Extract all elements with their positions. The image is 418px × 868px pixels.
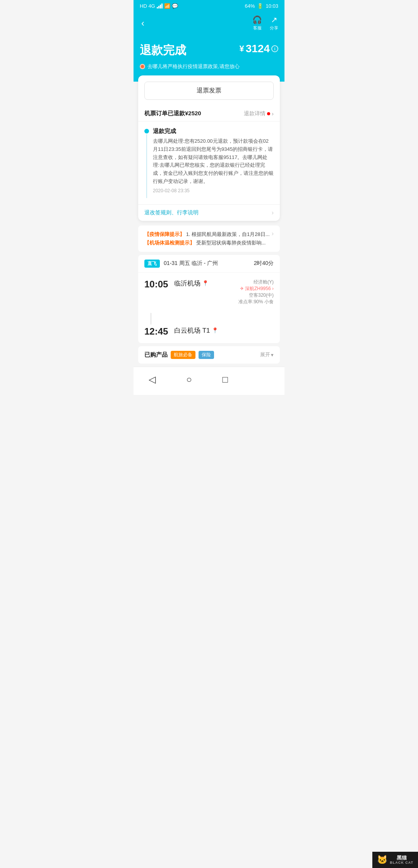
plane-type: 空客320(中) bbox=[238, 292, 274, 299]
home-nav-button[interactable]: ○ bbox=[180, 372, 198, 387]
epidemic-text: 1. 根据民航局最新政策，自1月28日... bbox=[186, 231, 270, 237]
share-label: 分享 bbox=[270, 25, 278, 31]
invoice-button[interactable]: 退票发票 bbox=[144, 82, 274, 100]
flight-duration: 2时40分 bbox=[254, 260, 274, 267]
signal-icon bbox=[157, 3, 163, 9]
recent-nav-button[interactable]: □ bbox=[216, 372, 234, 387]
customer-service-button[interactable]: 🎧 客服 bbox=[252, 15, 262, 31]
wifi-icon: 📶 bbox=[164, 3, 170, 9]
rules-link-text: 退改签规则、行李说明 bbox=[144, 209, 199, 216]
arrival-stop: 12:45 白云机场 T1 📍 bbox=[144, 326, 274, 337]
status-right: 64% 🔋 10:03 bbox=[245, 3, 278, 9]
notice-text: 去哪儿将严格执行疫情退票政策,请您放心 bbox=[147, 63, 240, 70]
refund-status-row: 机票订单已退款¥2520 退款详情 › bbox=[138, 106, 280, 121]
notice-banner[interactable]: 【疫情保障提示】 1. 根据民航局最新政策，自1月28日... 【机场体温检测提… bbox=[138, 226, 280, 252]
info-icon[interactable]: i bbox=[271, 45, 278, 52]
products-header: 已购产品 航旅必备 保险 展开 ▾ bbox=[144, 351, 274, 359]
arrival-airport: 白云机场 T1 📍 bbox=[174, 326, 274, 335]
time-label: 10:03 bbox=[266, 3, 278, 9]
main-card: 退票发票 机票订单已退款¥2520 退款详情 › 退款完成 去哪儿网处理:您有2… bbox=[138, 75, 280, 221]
arrival-time: 12:45 bbox=[144, 326, 170, 337]
refund-amount: ¥ 3124 i bbox=[239, 43, 278, 55]
back-button[interactable]: ‹ bbox=[140, 16, 146, 30]
timeline-time: 2020-02-08 23:35 bbox=[153, 188, 274, 193]
share-icon: ↗ bbox=[271, 15, 278, 24]
airline-label[interactable]: ✈ 深航ZH9956 › bbox=[238, 285, 274, 292]
battery-icon: 🔋 bbox=[257, 3, 263, 9]
notice-dot-icon bbox=[140, 64, 145, 69]
hero-row: 退款完成 ¥ 3124 i bbox=[140, 43, 278, 58]
notice-line-1: 【疫情保障提示】 1. 根据民航局最新政策，自1月28日... bbox=[144, 230, 272, 239]
expand-button[interactable]: 展开 ▾ bbox=[260, 351, 274, 358]
timeline-item: 退款完成 去哪儿网处理:您有2520.00元退款，预计款项会在02月11日23:… bbox=[144, 128, 274, 198]
flight-class: 经济舱(Y) ✈ 深航ZH9956 › 空客320(中) 准点率:90% 小食 bbox=[238, 279, 274, 305]
rules-link[interactable]: 退改签规则、行李说明 › bbox=[138, 204, 280, 221]
chevron-right-icon: › bbox=[272, 111, 274, 117]
share-button[interactable]: ↗ 分享 bbox=[270, 15, 278, 31]
tag-travel: 航旅必备 bbox=[171, 351, 195, 359]
flight-route-info: 01-31 周五 临沂 - 广州 bbox=[164, 260, 250, 267]
temperature-tag: 【机场体温检测提示】 bbox=[144, 240, 195, 246]
refund-detail-link[interactable]: 退款详情 › bbox=[244, 110, 274, 117]
products-section: 已购产品 航旅必备 保险 展开 ▾ bbox=[138, 346, 280, 364]
timeline-line bbox=[146, 134, 147, 198]
message-icon: 💬 bbox=[172, 3, 178, 9]
flight-line bbox=[151, 313, 151, 325]
back-nav-button[interactable]: ◁ bbox=[142, 372, 162, 387]
chevron-right-icon: › bbox=[272, 230, 274, 237]
products-title: 已购产品 bbox=[144, 351, 168, 359]
currency-symbol: ¥ bbox=[239, 44, 244, 54]
chevron-right-icon: › bbox=[272, 209, 274, 216]
bottom-nav: ◁ ○ □ bbox=[134, 367, 284, 395]
departure-time: 10:05 bbox=[144, 279, 170, 290]
flight-details: 10:05 临沂机场 📍 经济舱(Y) ✈ 深航ZH9956 › 空客320(中… bbox=[138, 273, 280, 343]
timeline: 退款完成 去哪儿网处理:您有2520.00元退款，预计款项会在02月11日23:… bbox=[138, 121, 280, 204]
chevron-down-icon: ▾ bbox=[271, 352, 274, 358]
hd-label: HD 4G bbox=[140, 3, 155, 9]
tag-insurance: 保险 bbox=[199, 351, 214, 359]
flight-header: 直飞 01-31 周五 临沂 - 广州 2时40分 bbox=[138, 255, 280, 273]
timeline-content: 退款完成 去哪儿网处理:您有2520.00元退款，预计款项会在02月11日23:… bbox=[153, 128, 274, 198]
hero-notice: 去哪儿将严格执行疫情退票政策,请您放心 bbox=[140, 63, 278, 70]
headset-icon: 🎧 bbox=[252, 15, 262, 24]
timeline-title: 退款完成 bbox=[153, 128, 274, 135]
battery-label: 64% bbox=[245, 3, 255, 9]
departure-stop: 10:05 临沂机场 📍 经济舱(Y) ✈ 深航ZH9956 › 空客320(中… bbox=[144, 279, 274, 305]
location-icon: 📍 bbox=[212, 327, 218, 333]
amount-value: 3124 bbox=[246, 43, 270, 55]
customer-service-label: 客服 bbox=[253, 25, 262, 31]
punctuality: 准点率:90% 小食 bbox=[238, 299, 274, 305]
flight-section: 直飞 01-31 周五 临沂 - 广州 2时40分 10:05 临沂机场 📍 经… bbox=[138, 255, 280, 343]
timeline-dot-icon bbox=[144, 129, 149, 133]
page-title: 退款完成 bbox=[140, 43, 186, 58]
location-icon: 📍 bbox=[202, 280, 209, 286]
unread-dot bbox=[267, 112, 270, 115]
departure-airport: 临沂机场 📍 bbox=[174, 279, 234, 288]
timeline-left bbox=[144, 128, 149, 198]
temperature-text: 受新型冠状病毒肺炎疫情影响... bbox=[196, 240, 266, 246]
plane-icon: ✈ bbox=[240, 286, 244, 291]
refund-status-text: 机票订单已退款¥2520 bbox=[144, 110, 201, 117]
header-actions: 🎧 客服 ↗ 分享 bbox=[252, 15, 278, 31]
refund-detail-label: 退款详情 bbox=[244, 110, 266, 117]
class-label: 经济舱(Y) bbox=[238, 279, 274, 285]
notice-line-2: 【机场体温检测提示】 受新型冠状病毒肺炎疫情影响... bbox=[144, 239, 272, 247]
status-bar: HD 4G 📶 💬 64% 🔋 10:03 bbox=[134, 0, 284, 11]
direct-badge: 直飞 bbox=[144, 260, 160, 268]
timeline-description: 去哪儿网处理:您有2520.00元退款，预计款项会在02月11日23:35前退回… bbox=[153, 137, 274, 186]
status-left: HD 4G 📶 💬 bbox=[140, 3, 178, 9]
epidemic-tag: 【疫情保障提示】 bbox=[144, 231, 185, 237]
notice-content: 【疫情保障提示】 1. 根据民航局最新政策，自1月28日... 【机场体温检测提… bbox=[144, 230, 272, 247]
header: ‹ 🎧 客服 ↗ 分享 bbox=[134, 11, 284, 39]
